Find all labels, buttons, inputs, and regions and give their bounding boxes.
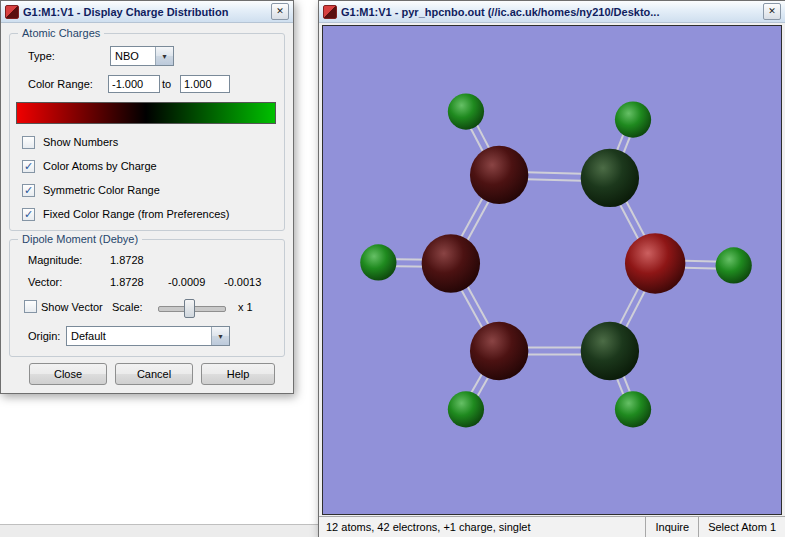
charge-checkbox-list: Show Numbers✓Color Atoms by Charge✓Symme… <box>20 130 280 226</box>
color-max-input[interactable] <box>180 75 230 93</box>
checkbox-label: Fixed Color Range (from Preferences) <box>43 208 229 220</box>
atom-sphere[interactable] <box>470 146 528 204</box>
atom-sphere[interactable] <box>470 322 528 380</box>
help-button[interactable]: Help <box>201 363 275 385</box>
magnitude-value: 1.8728 <box>110 254 144 266</box>
atomic-charges-group-label: Atomic Charges <box>18 27 104 39</box>
checkbox[interactable]: ✓ <box>22 208 35 221</box>
viewer-statusbar: 12 atoms, 42 electrons, +1 charge, singl… <box>319 516 785 537</box>
color-range-label: Color Range: <box>28 78 93 90</box>
dipole-moment-group: Dipole Moment (Debye) Magnitude: 1.8728 … <box>9 239 285 357</box>
color-min-input[interactable] <box>108 75 160 93</box>
origin-label: Origin: <box>28 330 60 342</box>
molecule-viewer-window: G1:M1:V1 - pyr_hpcnbo.out (//ic.ac.uk/ho… <box>318 0 785 537</box>
atom-sphere[interactable] <box>448 391 484 427</box>
app-icon <box>5 5 19 19</box>
checkbox[interactable] <box>22 136 35 149</box>
atom-sphere[interactable] <box>448 93 484 129</box>
atom-sphere[interactable] <box>625 233 685 293</box>
origin-combobox[interactable]: Default ▾ <box>66 326 230 346</box>
checkbox-row[interactable]: ✓Color Atoms by Charge <box>20 154 280 178</box>
atom-sphere[interactable] <box>716 247 752 283</box>
atom-sphere[interactable] <box>581 322 639 380</box>
atom-sphere[interactable] <box>422 234 480 292</box>
scale-value: x 1 <box>238 301 253 313</box>
close-icon[interactable]: ✕ <box>271 3 289 20</box>
dialog-title: G1:M1:V1 - Display Charge Distribution <box>23 6 271 18</box>
desktop: G1:M1:V1 - Display Charge Distribution ✕… <box>0 0 785 537</box>
checkbox-row[interactable]: ✓Fixed Color Range (from Preferences) <box>20 202 280 226</box>
viewer-title: G1:M1:V1 - pyr_hpcnbo.out (//ic.ac.uk/ho… <box>341 6 763 18</box>
chevron-down-icon[interactable]: ▾ <box>211 327 229 345</box>
vector-label: Vector: <box>28 276 62 288</box>
atom-sphere[interactable] <box>615 391 651 427</box>
charge-distribution-dialog: G1:M1:V1 - Display Charge Distribution ✕… <box>0 0 294 394</box>
molecule-summary: 12 atoms, 42 electrons, +1 charge, singl… <box>319 521 645 533</box>
checkbox-row[interactable]: Show Numbers <box>20 130 280 154</box>
app-icon <box>323 5 337 19</box>
checkbox[interactable]: ✓ <box>22 184 35 197</box>
background-window-edge <box>0 524 318 537</box>
atomic-charges-group: Atomic Charges Type: NBO ▾ Color Range: … <box>9 33 285 231</box>
molecule-svg[interactable] <box>323 26 781 514</box>
magnitude-label: Magnitude: <box>28 254 82 266</box>
vector-x: 1.8728 <box>110 276 144 288</box>
molecule-canvas[interactable] <box>322 25 782 515</box>
origin-combobox-value: Default <box>67 330 211 342</box>
checkbox[interactable]: ✓ <box>22 160 35 173</box>
cancel-button[interactable]: Cancel <box>115 363 193 385</box>
atom-sphere[interactable] <box>360 244 396 280</box>
dipole-group-label: Dipole Moment (Debye) <box>18 233 142 245</box>
chevron-down-icon[interactable]: ▾ <box>155 47 173 65</box>
show-vector-checkbox[interactable] <box>24 300 37 313</box>
dialog-titlebar[interactable]: G1:M1:V1 - Display Charge Distribution ✕ <box>1 1 293 23</box>
charge-color-gradient <box>16 102 276 124</box>
viewer-titlebar[interactable]: G1:M1:V1 - pyr_hpcnbo.out (//ic.ac.uk/ho… <box>319 1 785 23</box>
checkbox-row[interactable]: ✓Symmetric Color Range <box>20 178 280 202</box>
atom-sphere[interactable] <box>581 149 639 207</box>
vector-z: -0.0013 <box>224 276 261 288</box>
select-atom-status[interactable]: Select Atom 1 <box>698 517 785 537</box>
scale-slider-handle[interactable] <box>184 299 195 318</box>
close-icon[interactable]: ✕ <box>763 3 781 20</box>
type-combobox-value: NBO <box>111 50 155 62</box>
to-label: to <box>162 78 171 90</box>
close-button[interactable]: Close <box>29 363 107 385</box>
vector-y: -0.0009 <box>168 276 205 288</box>
show-vector-label: Show Vector <box>41 301 103 313</box>
inquire-status[interactable]: Inquire <box>645 517 698 537</box>
checkbox-label: Symmetric Color Range <box>43 184 160 196</box>
type-label: Type: <box>28 50 55 62</box>
checkbox-label: Show Numbers <box>43 136 118 148</box>
scale-label: Scale: <box>112 301 143 313</box>
type-combobox[interactable]: NBO ▾ <box>110 46 174 66</box>
atom-sphere[interactable] <box>615 101 651 137</box>
checkbox-label: Color Atoms by Charge <box>43 160 157 172</box>
